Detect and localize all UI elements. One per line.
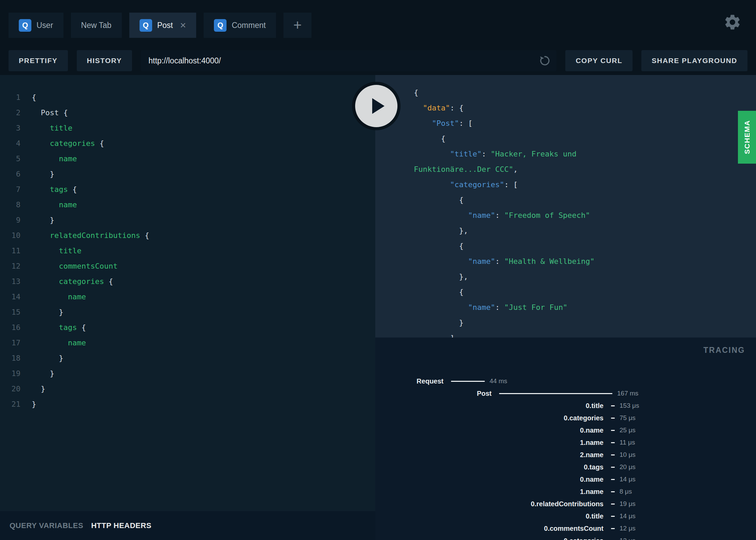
- code-text: }: [32, 350, 63, 366]
- code-line[interactable]: 10 relatedContributions {: [0, 228, 375, 243]
- trace-value: 14 μs: [620, 476, 636, 483]
- query-badge-icon: Q: [140, 19, 152, 32]
- code-line[interactable]: },: [375, 269, 756, 284]
- code-line[interactable]: {: [375, 131, 756, 146]
- code-token: "Freedom of Speech": [504, 211, 590, 220]
- code-line[interactable]: 15 }: [0, 304, 375, 320]
- code-text: "name": "Just For Fun": [414, 300, 567, 315]
- code-line[interactable]: Funktionäre...Der CCC",: [375, 162, 756, 177]
- code-token: :: [495, 303, 504, 312]
- tracing-rows: Request44 msPost167 ms0.title153 μs0.cat…: [375, 375, 756, 540]
- line-number: 8: [0, 197, 20, 212]
- history-button[interactable]: HISTORY: [77, 50, 132, 71]
- code-line[interactable]: 20 }: [0, 381, 375, 396]
- code-line[interactable]: 6 }: [0, 166, 375, 182]
- code-token: categories: [59, 277, 108, 286]
- code-line[interactable]: },: [375, 223, 756, 238]
- trace-row: 0.tags20 μs: [375, 461, 756, 473]
- query-editor-pane[interactable]: 1{2 Post {3 title4 categories {5 name6 }…: [0, 75, 375, 540]
- code-token: Post: [41, 108, 63, 117]
- code-line[interactable]: 16 tags {: [0, 320, 375, 335]
- code-line[interactable]: 9 }: [0, 212, 375, 228]
- toolbar: PRETTIFY HISTORY COPY CURL SHARE PLAYGRO…: [0, 46, 756, 75]
- code-line[interactable]: 5 name: [0, 151, 375, 166]
- code-token: :: [495, 211, 504, 220]
- code-line[interactable]: ]: [375, 330, 756, 338]
- code-token: "name": [468, 303, 495, 312]
- query-variables-tab[interactable]: QUERY VARIABLES: [10, 521, 83, 530]
- query-editor-lines: 1{2 Post {3 title4 categories {5 name6 }…: [0, 75, 375, 412]
- code-text: name: [32, 151, 77, 166]
- code-line[interactable]: 17 name: [0, 335, 375, 350]
- code-line[interactable]: 21}: [0, 396, 375, 412]
- code-line[interactable]: 2 Post {: [0, 105, 375, 120]
- execute-button[interactable]: [355, 85, 397, 127]
- copy-curl-button[interactable]: COPY CURL: [565, 50, 633, 71]
- code-text: }: [32, 381, 45, 396]
- endpoint-url-input[interactable]: [141, 50, 556, 71]
- code-token: {: [32, 93, 36, 102]
- reset-endpoint-icon[interactable]: [539, 55, 551, 67]
- code-line[interactable]: "Post": [: [375, 116, 756, 131]
- line-number: 11: [0, 243, 20, 258]
- code-text: tags {: [32, 182, 77, 197]
- code-line[interactable]: 18 }: [0, 350, 375, 366]
- trace-value: 167 ms: [617, 390, 638, 397]
- schema-tab[interactable]: SCHEMA: [738, 111, 756, 164]
- code-text: commentsCount: [32, 258, 118, 274]
- tab-user[interactable]: QUser: [9, 13, 63, 38]
- code-line[interactable]: "title": "Hacker, Freaks und: [375, 146, 756, 162]
- code-line[interactable]: 3 title: [0, 120, 375, 136]
- new-tab-button[interactable]: +: [284, 13, 311, 38]
- code-line[interactable]: {: [375, 238, 756, 254]
- code-line[interactable]: "categories": [: [375, 177, 756, 192]
- code-token: {: [414, 88, 418, 97]
- code-line[interactable]: 7 tags {: [0, 182, 375, 197]
- code-line[interactable]: {: [375, 284, 756, 300]
- trace-row: Request44 ms: [375, 375, 756, 387]
- tab-post[interactable]: QPost×: [129, 13, 197, 38]
- trace-bar: [611, 430, 615, 431]
- code-line[interactable]: "data": {: [375, 100, 756, 116]
- code-line[interactable]: }: [375, 315, 756, 330]
- code-token: :: [482, 150, 491, 158]
- code-line[interactable]: {: [375, 192, 756, 208]
- settings-gear-icon[interactable]: [723, 13, 742, 31]
- tab-new-tab[interactable]: New Tab: [71, 13, 122, 38]
- trace-value: 11 μs: [620, 439, 635, 446]
- code-line[interactable]: "name": "Just For Fun": [375, 300, 756, 315]
- trace-row: 0.title153 μs: [375, 400, 756, 412]
- endpoint-url-wrap: [141, 50, 556, 71]
- code-line[interactable]: {: [375, 85, 756, 100]
- code-line[interactable]: 11 title: [0, 243, 375, 258]
- code-line[interactable]: "name": "Freedom of Speech": [375, 208, 756, 223]
- code-line[interactable]: 12 commentsCount: [0, 258, 375, 274]
- code-text: "categories": [: [414, 177, 518, 192]
- trace-bar: [611, 418, 615, 419]
- code-text: "Post": [: [414, 116, 472, 131]
- trace-row: Post167 ms: [375, 387, 756, 400]
- tab-comment[interactable]: QComment: [204, 13, 276, 38]
- close-icon[interactable]: ×: [180, 20, 186, 30]
- trace-value: 14 μs: [620, 512, 636, 520]
- code-token: }: [41, 385, 45, 393]
- http-headers-tab[interactable]: HTTP HEADERS: [91, 521, 151, 530]
- code-token: {: [100, 139, 104, 148]
- prettify-button[interactable]: PRETTIFY: [9, 50, 68, 71]
- code-line[interactable]: 4 categories {: [0, 136, 375, 151]
- code-text: {: [32, 90, 36, 105]
- code-line[interactable]: "name": "Health & Wellbeing": [375, 254, 756, 269]
- code-line[interactable]: 1{: [0, 90, 375, 105]
- code-line[interactable]: 19 }: [0, 366, 375, 381]
- trace-label: 1.name: [375, 439, 604, 447]
- code-line[interactable]: 8 name: [0, 197, 375, 212]
- editor-bottom-bar: QUERY VARIABLES HTTP HEADERS: [0, 511, 375, 540]
- trace-row: 0.title14 μs: [375, 510, 756, 522]
- code-text: Post {: [32, 105, 68, 120]
- code-line[interactable]: 13 categories {: [0, 274, 375, 289]
- code-token: "Hacker, Freaks und: [491, 150, 577, 158]
- line-number: 20: [0, 381, 20, 396]
- share-playground-button[interactable]: SHARE PLAYGROUND: [641, 50, 747, 71]
- code-line[interactable]: 14 name: [0, 289, 375, 304]
- trace-bar: [611, 479, 615, 480]
